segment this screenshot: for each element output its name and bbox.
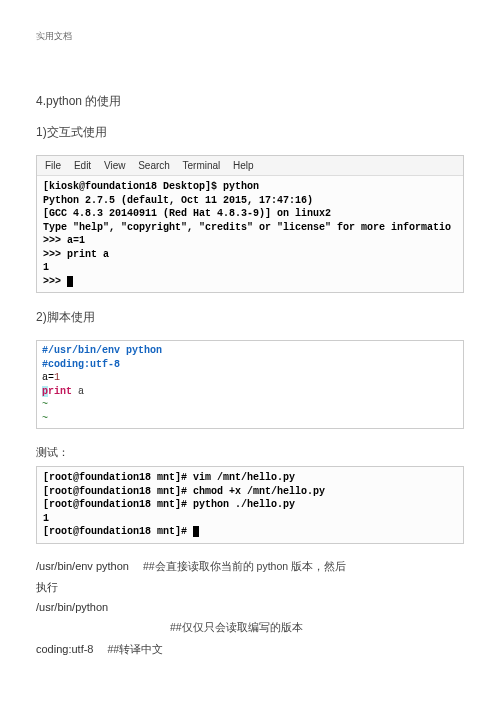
term2-line2: [root@foundation18 mnt]# python ./hello.… <box>43 499 295 510</box>
editor-tilde-2: ~ <box>42 413 48 424</box>
section-4-title: 4.python 的使用 <box>36 93 464 110</box>
editor-assign-left: a= <box>42 372 54 383</box>
cursor-icon-2 <box>193 526 199 537</box>
term1-line6: 1 <box>43 262 49 273</box>
term2-line4: [root@foundation18 mnt]# <box>43 526 193 537</box>
menu-edit[interactable]: Edit <box>74 160 91 171</box>
note-path-env-desc: ##会直接读取你当前的 python 版本，然后 <box>143 560 346 574</box>
menu-terminal[interactable]: Terminal <box>183 160 221 171</box>
term1-line3: Type "help", "copyright", "credits" or "… <box>43 222 451 233</box>
terminal-interactive: File Edit View Search Terminal Help [kio… <box>36 155 464 293</box>
test-label: 测试： <box>36 445 464 460</box>
script-editor: #/usr/bin/env python #coding:utf-8 a=1 p… <box>36 340 464 429</box>
section-4-sub-1: 1)交互式使用 <box>36 124 464 141</box>
note-path-bin-desc: ##仅仅只会读取编写的版本 <box>170 621 303 635</box>
menu-search[interactable]: Search <box>138 160 170 171</box>
cursor-icon <box>67 276 73 287</box>
term1-line4: >>> a=1 <box>43 235 85 246</box>
terminal-body-1: [kiosk@foundation18 Desktop]$ python Pyt… <box>37 176 463 292</box>
term1-line7: >>> <box>43 276 67 287</box>
note-coding: coding:utf-8 <box>36 643 93 655</box>
editor-assign-val: 1 <box>54 372 60 383</box>
menu-view[interactable]: View <box>104 160 126 171</box>
term1-line2: [GCC 4.8.3 20140911 (Red Hat 4.8.3-9)] o… <box>43 208 331 219</box>
editor-tilde-1: ~ <box>42 399 48 410</box>
menu-file[interactable]: File <box>45 160 61 171</box>
terminal-script-test: [root@foundation18 mnt]# vim /mnt/hello.… <box>36 466 464 544</box>
note-coding-desc: ##转译中文 <box>107 643 163 657</box>
terminal-menu-bar: File Edit View Search Terminal Help <box>37 156 463 176</box>
note-path-bin: /usr/bin/python <box>36 601 464 613</box>
term1-line1: Python 2.7.5 (default, Oct 11 2015, 17:4… <box>43 195 313 206</box>
editor-print-rest: rint <box>48 386 72 397</box>
term2-line3: 1 <box>43 513 49 524</box>
terminal-body-2: [root@foundation18 mnt]# vim /mnt/hello.… <box>37 467 463 543</box>
term2-line1: [root@foundation18 mnt]# chmod +x /mnt/h… <box>43 486 325 497</box>
menu-help[interactable]: Help <box>233 160 254 171</box>
term1-line0: [kiosk@foundation18 Desktop]$ python <box>43 181 259 192</box>
term2-line0: [root@foundation18 mnt]# vim /mnt/hello.… <box>43 472 295 483</box>
note-path-env: /usr/bin/env python <box>36 560 129 572</box>
editor-print-var: a <box>72 386 84 397</box>
editor-coding: #coding:utf-8 <box>42 359 120 370</box>
doc-header: 实用文档 <box>36 30 464 43</box>
term1-line5: >>> print a <box>43 249 109 260</box>
section-4-sub-2: 2)脚本使用 <box>36 309 464 326</box>
note-execute: 执行 <box>36 580 464 595</box>
editor-shebang: #/usr/bin/env python <box>42 345 162 356</box>
